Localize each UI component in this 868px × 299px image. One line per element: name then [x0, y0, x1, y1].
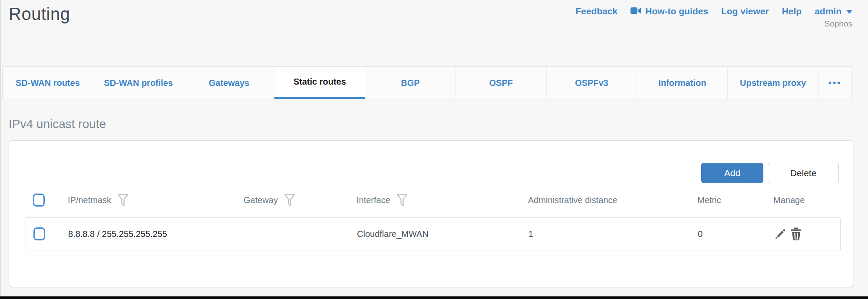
- filter-icon[interactable]: [284, 194, 295, 207]
- header-links: Feedback How-to guides Log viewer Help a…: [575, 6, 852, 16]
- window-bottom-edge: [0, 296, 868, 299]
- column-header-metric: Metric: [697, 195, 721, 205]
- page-title: Routing: [9, 3, 70, 24]
- window-left-edge: [0, 0, 1, 299]
- route-ip-netmask-link[interactable]: 8.8.8.8 / 255.255.255.255: [68, 229, 167, 239]
- routing-tabbar: SD-WAN routes SD-WAN profiles Gateways S…: [2, 66, 852, 99]
- ellipsis-icon: •••: [828, 78, 842, 88]
- filter-icon[interactable]: [117, 194, 129, 207]
- how-to-guides-link[interactable]: How-to guides: [630, 6, 708, 16]
- table-header-row: IP/netmask Gateway Interface Administrat…: [26, 190, 841, 210]
- edit-pencil-icon[interactable]: [774, 228, 786, 240]
- route-metric-value: 0: [698, 229, 703, 239]
- column-header-gateway: Gateway: [244, 195, 278, 205]
- column-header-ip-netmask: IP/netmask: [68, 195, 111, 205]
- ipv4-unicast-route-card: Add Delete IP/netmask Gateway Interface …: [9, 140, 853, 287]
- admin-user-menu[interactable]: admin: [815, 6, 852, 16]
- help-link[interactable]: Help: [782, 6, 802, 16]
- delete-button[interactable]: Delete: [768, 163, 839, 183]
- route-administrative-distance-value: 1: [528, 229, 533, 239]
- brand-label: Sophos: [825, 19, 852, 29]
- log-viewer-link[interactable]: Log viewer: [721, 6, 769, 16]
- feedback-link[interactable]: Feedback: [575, 6, 617, 16]
- tab-upstream-proxy[interactable]: Upstream proxy: [728, 67, 818, 99]
- section-title: IPv4 unicast route: [9, 117, 106, 131]
- chevron-down-icon: [846, 10, 852, 14]
- more-tabs-button[interactable]: •••: [818, 67, 851, 99]
- page-header: Routing Feedback How-to guides Log viewe…: [9, 3, 852, 29]
- row-select-checkbox[interactable]: [33, 227, 45, 240]
- column-header-interface: Interface: [356, 195, 390, 205]
- tab-gateways[interactable]: Gateways: [184, 67, 275, 99]
- card-toolbar: Add Delete: [701, 163, 839, 183]
- video-camera-icon: [630, 6, 641, 16]
- tab-bgp[interactable]: BGP: [365, 67, 456, 99]
- table-row: 8.8.8.8 / 255.255.255.255 Cloudflare_MWA…: [26, 217, 841, 250]
- tab-ospf[interactable]: OSPF: [456, 67, 547, 99]
- tab-sd-wan-routes[interactable]: SD-WAN routes: [3, 67, 93, 99]
- column-header-manage: Manage: [773, 195, 805, 205]
- tab-information[interactable]: Information: [637, 67, 728, 99]
- add-button[interactable]: Add: [701, 163, 763, 183]
- header-right: Feedback How-to guides Log viewer Help a…: [575, 3, 852, 29]
- column-header-administrative-distance: Administrative distance: [528, 195, 617, 205]
- filter-icon[interactable]: [396, 194, 408, 207]
- tab-ospfv3[interactable]: OSPFv3: [547, 67, 637, 99]
- tab-static-routes[interactable]: Static routes: [274, 67, 365, 99]
- tab-sd-wan-profiles[interactable]: SD-WAN profiles: [93, 67, 184, 99]
- route-interface-value: Cloudflare_MWAN: [357, 229, 429, 239]
- select-all-checkbox[interactable]: [33, 194, 45, 207]
- delete-trash-icon[interactable]: [790, 227, 802, 240]
